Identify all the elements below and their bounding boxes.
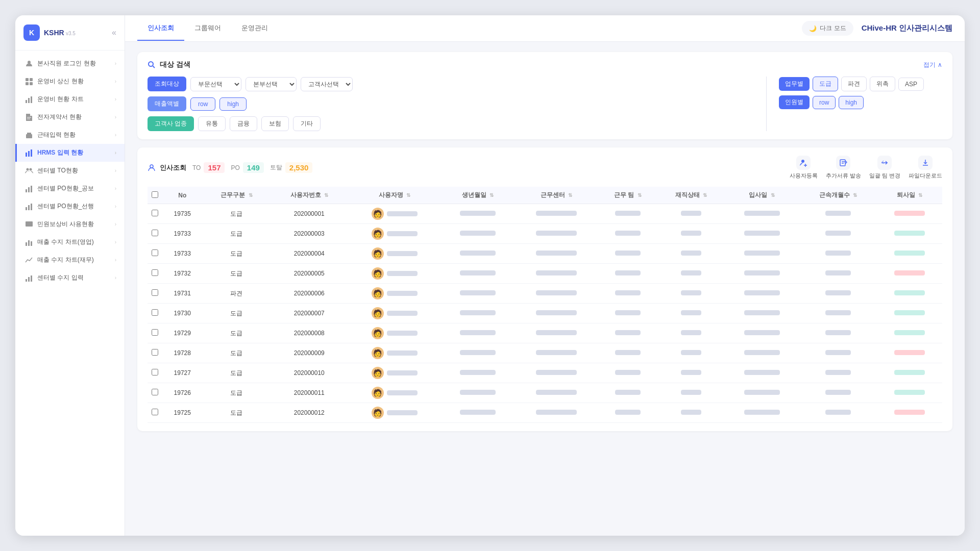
cell-tenure-months xyxy=(799,244,877,264)
monitor-icon xyxy=(25,220,33,229)
row-checkbox[interactable] xyxy=(152,230,158,236)
file-download-button[interactable]: 파일다운로드 xyxy=(909,156,942,180)
dark-mode-button[interactable]: 🌙 다크 모드 xyxy=(802,21,853,36)
cell-leave-date xyxy=(877,363,942,383)
cell-join-date xyxy=(725,403,799,423)
blurred-leave xyxy=(894,370,925,375)
svg-point-17 xyxy=(30,168,32,170)
table-row[interactable]: 19733도급202000004🧑 xyxy=(148,244,942,264)
sidebar-item-ops-report[interactable]: 운영비 상신 현황 › xyxy=(15,72,125,90)
send-documents-button[interactable]: 추가서류 발송 xyxy=(826,156,861,180)
po-value: 149 xyxy=(243,162,264,173)
sidebar-item-complaint[interactable]: 민원보상비 사용현황 › xyxy=(15,215,125,233)
blurred-join xyxy=(744,310,780,315)
tab-hr-inquiry[interactable]: 인사조회 xyxy=(137,16,184,41)
line-chart-icon xyxy=(25,256,33,264)
sidebar-item-center-sales-input[interactable]: 센터별 수지 입력 › xyxy=(15,269,125,287)
select-all-checkbox[interactable] xyxy=(152,191,158,198)
blurred-tenure xyxy=(825,370,851,375)
type-tag-insurance[interactable]: 보험 xyxy=(261,116,289,131)
department-select[interactable]: 부문선택 xyxy=(190,77,241,91)
sidebar-item-center-po-adv[interactable]: 센터별 PO현황_선행 › xyxy=(15,197,125,215)
table-row[interactable]: 19731파견202000006🧑 xyxy=(148,284,942,304)
client-select[interactable]: 고객사선택 xyxy=(301,77,353,91)
sidebar-collapse-button[interactable]: « xyxy=(112,28,116,37)
row-checkbox[interactable] xyxy=(152,389,158,395)
job-tag-asp[interactable]: ASP xyxy=(898,78,924,91)
table-row[interactable]: 19728도급202000009🧑 xyxy=(148,343,942,363)
table-row[interactable]: 19735도급202000001🧑 xyxy=(148,204,942,224)
cell-work-center xyxy=(515,343,598,363)
type-tag-other[interactable]: 기타 xyxy=(293,116,321,131)
sort-icon[interactable]: ⇅ xyxy=(489,192,494,198)
tab-groupware[interactable]: 그룹웨어 xyxy=(184,16,231,41)
sidebar-item-ops-chart[interactable]: 운영비 현황 차트 › xyxy=(15,90,125,108)
search-left-filters: 조회대상 부문선택 본부선택 고객사선택 xyxy=(148,77,754,131)
person-add-icon xyxy=(796,156,811,170)
table-row[interactable]: 19733도급202000003🧑 xyxy=(148,224,942,244)
cell-work-team xyxy=(598,304,657,323)
table-row[interactable]: 19730도급202000007🧑 xyxy=(148,304,942,323)
cell-user-id: 202000011 xyxy=(270,383,348,403)
job-type-button[interactable]: 업무별 xyxy=(779,77,810,91)
type-tag-finance[interactable]: 금융 xyxy=(230,116,257,131)
svg-rect-24 xyxy=(26,221,33,227)
headcount-tag-row[interactable]: row xyxy=(813,96,836,109)
sidebar-item-attendance[interactable]: 근태입력 현황 › xyxy=(15,126,125,144)
sort-icon[interactable]: ⇅ xyxy=(568,192,572,198)
search-fold-button[interactable]: 접기 ∧ xyxy=(923,61,942,69)
blurred-team xyxy=(615,231,641,236)
sidebar-item-sales-chart-finance[interactable]: 매출 수지 차트(재무) › xyxy=(15,251,125,269)
sort-icon[interactable]: ⇅ xyxy=(703,192,707,198)
row-checkbox[interactable] xyxy=(152,349,158,356)
cell-join-date xyxy=(725,304,799,323)
tab-operations[interactable]: 운영관리 xyxy=(231,16,278,41)
sort-icon[interactable]: ⇅ xyxy=(324,192,328,198)
row-checkbox[interactable] xyxy=(152,210,158,216)
headcount-tag-high[interactable]: high xyxy=(839,96,864,109)
sidebar-item-sales-chart-sales[interactable]: 매출 수지 차트(영업) › xyxy=(15,233,125,251)
cell-leave-date xyxy=(877,403,942,423)
headcount-button[interactable]: 인원별 xyxy=(779,95,810,109)
sort-icon[interactable]: ⇅ xyxy=(771,192,775,198)
sidebar-item-center-to[interactable]: 센터별 TO현황 › xyxy=(15,162,125,180)
division-select[interactable]: 본부선택 xyxy=(246,77,297,91)
table-row[interactable]: 19732도급202000005🧑 xyxy=(148,264,942,284)
table-row[interactable]: 19726도급202000011🧑 xyxy=(148,383,942,403)
cell-leave-date xyxy=(877,323,942,343)
job-tag-subcontract[interactable]: 도급 xyxy=(813,77,838,91)
sidebar-item-login-status[interactable]: 본사직원 로그인 현황 › xyxy=(15,55,125,72)
table-row[interactable]: 19729도급202000008🧑 xyxy=(148,323,942,343)
table-row[interactable]: 19725도급202000012🧑 xyxy=(148,403,942,423)
job-tag-consignment[interactable]: 위촉 xyxy=(870,77,895,91)
sales-tag-high[interactable]: high xyxy=(219,97,247,111)
sidebar-item-center-po-pub[interactable]: 센터별 PO현황_공보 › xyxy=(15,180,125,197)
register-user-button[interactable]: 사용자등록 xyxy=(790,156,818,180)
search-target-button[interactable]: 조회대상 xyxy=(148,77,186,91)
row-checkbox[interactable] xyxy=(152,309,158,316)
cell-tenure-months xyxy=(799,224,877,244)
sort-icon[interactable]: ⇅ xyxy=(406,192,410,198)
row-checkbox[interactable] xyxy=(152,329,158,336)
sort-icon[interactable]: ⇅ xyxy=(918,192,922,198)
avatar: 🧑 xyxy=(372,387,384,399)
table-row[interactable]: 19727도급202000010🧑 xyxy=(148,363,942,383)
sidebar-item-hrms[interactable]: HRMS 입력 현황 › xyxy=(15,144,125,162)
sort-icon[interactable]: ⇅ xyxy=(853,192,857,198)
sort-icon[interactable]: ⇅ xyxy=(249,192,253,198)
client-type-button[interactable]: 고객사 업종 xyxy=(148,116,194,131)
sales-tag-row[interactable]: row xyxy=(190,97,215,111)
type-tag-distribution[interactable]: 유통 xyxy=(198,116,226,131)
job-tag-dispatch[interactable]: 파견 xyxy=(841,77,867,91)
sidebar-item-contract[interactable]: 전자계약서 현황 › xyxy=(15,108,125,126)
row-checkbox[interactable] xyxy=(152,289,158,296)
cell-work-center xyxy=(515,284,598,304)
cell-leave-date xyxy=(877,343,942,363)
row-checkbox[interactable] xyxy=(152,409,158,415)
row-checkbox[interactable] xyxy=(152,269,158,276)
row-checkbox[interactable] xyxy=(152,249,158,256)
sort-icon[interactable]: ⇅ xyxy=(638,192,642,198)
bulk-team-change-button[interactable]: 일괄 팀 변경 xyxy=(869,156,900,180)
row-checkbox[interactable] xyxy=(152,369,158,375)
sales-filter-button[interactable]: 매출액별 xyxy=(148,96,186,111)
